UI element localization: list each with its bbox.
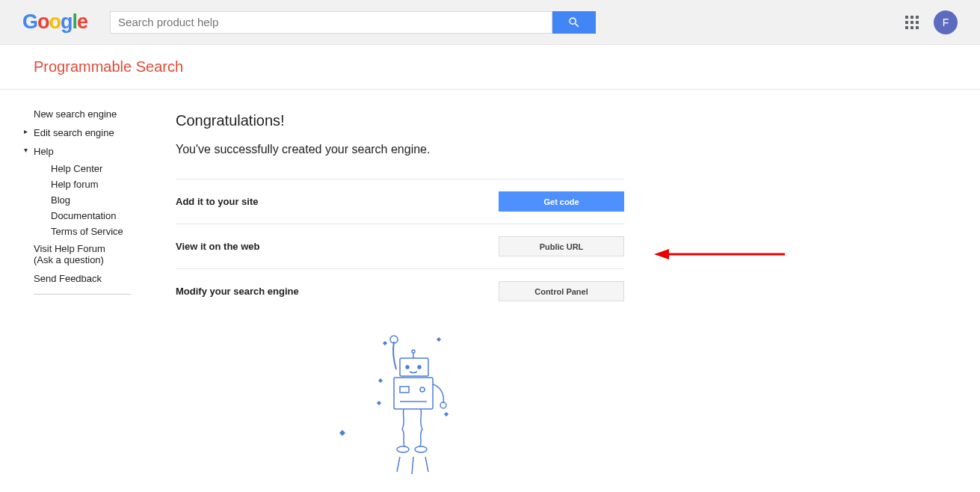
svg-point-10 <box>420 387 425 392</box>
sidebar-item-visit-forum[interactable]: Visit Help Forum (Ask a question) <box>22 239 157 269</box>
sidebar-sub-tos[interactable]: Terms of Service <box>22 224 157 239</box>
sidebar-visit-forum-sub: (Ask a question) <box>34 254 104 265</box>
top-bar: Google F <box>0 0 980 45</box>
svg-line-15 <box>397 457 400 472</box>
sidebar-item-help[interactable]: Help <box>22 142 157 161</box>
page-title: Congratulations! <box>176 112 624 129</box>
sidebar-sub-help-forum[interactable]: Help forum <box>22 176 157 192</box>
sidebar: New search engine Edit search engine Hel… <box>22 90 157 492</box>
search-button[interactable] <box>552 11 596 34</box>
product-title-link[interactable]: Programmable Search <box>34 58 183 75</box>
svg-rect-3 <box>400 358 428 376</box>
search-input[interactable] <box>110 11 552 34</box>
search-icon <box>567 16 581 29</box>
svg-marker-1 <box>654 249 669 259</box>
page-subtitle: You've successfully created your search … <box>176 143 624 156</box>
control-panel-button[interactable]: Control Panel <box>499 281 624 301</box>
svg-point-13 <box>397 446 409 452</box>
sidebar-item-edit-engine[interactable]: Edit search engine <box>22 123 157 142</box>
action-label-view: View it on the web <box>176 241 259 252</box>
title-bar: Programmable Search <box>0 45 980 90</box>
public-url-button[interactable]: Public URL <box>499 236 624 256</box>
sidebar-sub-documentation[interactable]: Documentation <box>22 208 157 224</box>
apps-icon[interactable] <box>905 16 919 29</box>
get-code-button[interactable]: Get code <box>499 191 624 212</box>
svg-point-4 <box>406 366 409 369</box>
svg-point-12 <box>440 402 446 408</box>
sidebar-sub-help-center[interactable]: Help Center <box>22 161 157 176</box>
action-label-modify: Modify your search engine <box>176 286 299 297</box>
sidebar-sub-blog[interactable]: Blog <box>22 192 157 208</box>
svg-point-7 <box>412 350 415 353</box>
svg-point-14 <box>415 446 427 452</box>
avatar[interactable]: F <box>934 10 958 34</box>
sidebar-item-send-feedback[interactable]: Send Feedback <box>22 269 157 288</box>
action-label-add: Add it to your site <box>176 196 259 207</box>
sidebar-divider <box>34 294 131 295</box>
sidebar-visit-forum-label: Visit Help Forum <box>34 243 105 254</box>
action-row-view: View it on the web Public URL <box>176 224 624 268</box>
footer: © 2021 Google - Google Home - About Goog… <box>176 478 624 492</box>
svg-rect-8 <box>394 378 433 409</box>
action-row-add: Add it to your site Get code <box>176 179 624 224</box>
svg-point-5 <box>418 366 421 369</box>
annotation-arrow-icon <box>654 243 789 265</box>
svg-line-17 <box>425 457 428 472</box>
google-logo[interactable]: Google <box>22 10 87 34</box>
svg-line-16 <box>412 457 413 474</box>
action-row-modify: Modify your search engine Control Panel <box>176 268 624 313</box>
main-content: Congratulations! You've successfully cre… <box>176 90 624 492</box>
svg-rect-9 <box>400 387 409 393</box>
sidebar-item-new-engine[interactable]: New search engine <box>22 105 157 123</box>
robot-illustration <box>176 328 624 478</box>
